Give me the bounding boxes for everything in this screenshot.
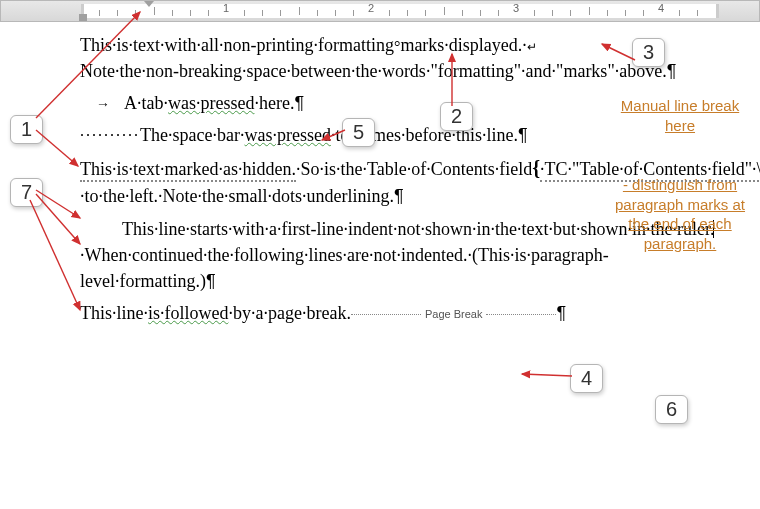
ruler-tick [190, 10, 191, 16]
pagebreak-label: Page Break [421, 308, 486, 320]
paragraph-1: This·is·text·with·all·non-printing·forma… [80, 32, 720, 84]
pilcrow-mark: ¶ [394, 186, 404, 206]
text: A·tab· [124, 93, 168, 113]
ruler-number: 2 [368, 2, 374, 14]
text: ·When·continued·the·following·lines·are·… [80, 245, 609, 291]
text: This·line· [80, 303, 148, 323]
manual-line-break-mark: ↵ [527, 40, 537, 54]
ruler-tick [172, 10, 173, 16]
ruler-tick [462, 10, 463, 16]
text: ·to·the·left.·Note·the·small·dots·underl… [80, 186, 394, 206]
ruler-tick [444, 7, 445, 15]
pagebreak-dots [351, 314, 421, 315]
ruler-tick [407, 10, 408, 16]
ruler-tick [625, 10, 626, 16]
field-brace-open: { [532, 157, 540, 179]
hanging-indent-marker[interactable] [79, 14, 87, 21]
ruler-tick [480, 10, 481, 16]
ruler-tick [570, 10, 571, 16]
ruler-tick [353, 10, 354, 16]
callout-1: 1 [10, 115, 43, 144]
ruler-tick [154, 7, 155, 15]
grammar-wavy: is·followed [148, 303, 229, 323]
callout-6: 6 [655, 395, 688, 424]
pilcrow-mark: ¶ [556, 303, 566, 323]
text: This·is·text·with·all·non-printing·forma… [80, 35, 394, 55]
text: ·So·is·the·Table·of·Contents·field [296, 159, 532, 179]
ruler-tick [607, 10, 608, 16]
grammar-wavy: was·pressed [168, 93, 254, 113]
pilcrow-mark: ¶ [518, 125, 528, 145]
pagebreak-dots [486, 314, 556, 315]
ruler-number: 4 [658, 2, 664, 14]
ruler-tick [280, 10, 281, 16]
ruler-tick [697, 10, 698, 16]
tab-mark: → [80, 94, 124, 114]
ruler-tick [389, 10, 390, 16]
callout-4: 4 [570, 364, 603, 393]
ruler-tick [425, 10, 426, 16]
grammar-wavy: was·pressed [244, 125, 330, 145]
annotation-manual-line-break: Manual line break here [610, 96, 750, 135]
ruler-tick [589, 7, 590, 15]
space-dots: ·········· [80, 127, 140, 144]
svg-line-8 [30, 200, 80, 310]
text: Note·the·non-breaking·space·between·the·… [80, 61, 667, 81]
ruler-tick [262, 10, 263, 16]
paragraph-6: This·line·is·followed·by·a·page·break.Pa… [80, 300, 720, 326]
text: ·by·a·page·break. [229, 303, 351, 323]
ruler-tick [208, 10, 209, 16]
pilcrow-mark: ¶ [206, 271, 216, 291]
ruler-page-area [81, 4, 719, 18]
hidden-text: This·is·text·marked·as·hidden. [80, 159, 296, 182]
ruler-tick [117, 10, 118, 16]
pilcrow-mark: ¶ [294, 93, 304, 113]
ruler-tick [498, 10, 499, 16]
text: The·space·bar· [140, 125, 244, 145]
ruler[interactable]: 1234 [0, 0, 760, 22]
callout-2: 2 [440, 102, 473, 131]
text: marks·displayed.· [400, 35, 526, 55]
first-line-indent-marker[interactable] [144, 1, 154, 7]
ruler-tick [643, 10, 644, 16]
callout-7: 7 [10, 178, 43, 207]
ruler-number: 3 [513, 2, 519, 14]
ruler-tick [335, 10, 336, 16]
ruler-tick [552, 10, 553, 16]
text: ·here. [254, 93, 294, 113]
ruler-tick [534, 10, 535, 16]
callout-3: 3 [632, 38, 665, 67]
ruler-number: 1 [223, 2, 229, 14]
annotation-distinguish: - distinguish from paragraph marks at th… [610, 175, 750, 253]
ruler-tick [135, 10, 136, 16]
ruler-tick [679, 10, 680, 16]
ruler-tick [244, 10, 245, 16]
ruler-tick [299, 7, 300, 15]
pilcrow-mark: ¶ [667, 61, 677, 81]
callout-5: 5 [342, 118, 375, 147]
ruler-tick [317, 10, 318, 16]
ruler-tick [99, 10, 100, 16]
